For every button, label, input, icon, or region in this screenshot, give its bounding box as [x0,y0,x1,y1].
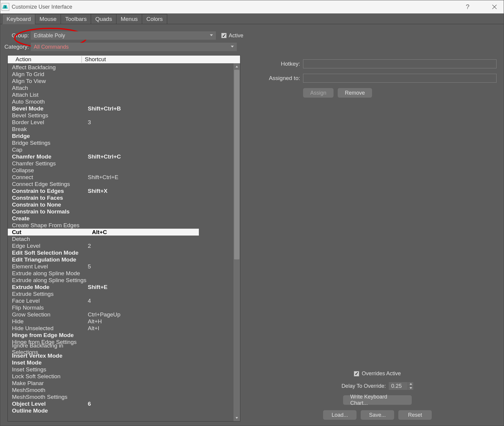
action-row[interactable]: ConnectShift+Ctrl+E [12,174,233,181]
save-button[interactable]: Save... [361,410,394,420]
action-name: Edge Level [12,243,88,249]
action-shortcut: Alt+I [88,325,233,332]
action-row[interactable]: Bevel Settings [12,112,233,119]
action-name: Constrain to None [12,202,88,208]
action-row[interactable]: Create [12,215,233,222]
action-row[interactable]: Extrude Settings [12,290,233,297]
overrides-active-label: Overrides Active [362,370,401,377]
action-row[interactable]: HideAlt+H [12,318,233,325]
action-row[interactable]: Lock Soft Selection [12,373,233,380]
reset-button[interactable]: Reset [398,410,432,420]
list-header: Action Shortcut [8,56,240,63]
action-row[interactable]: Bridge [12,133,233,139]
action-row[interactable]: Cap [12,146,233,153]
active-checkbox[interactable] [221,33,227,38]
action-row[interactable]: Constrain to Faces [12,194,233,201]
action-row[interactable]: Constrain to None [12,201,233,208]
tab-keyboard[interactable]: Keyboard [2,14,35,24]
load-button[interactable]: Load... [323,410,357,420]
action-row[interactable]: Edit Soft Selection Mode [12,249,233,256]
action-name: Align To View [12,78,88,84]
action-shortcut: 4 [88,298,233,304]
action-row[interactable]: Chamfer Settings [12,160,233,167]
help-icon[interactable]: ? [460,1,475,13]
spinner-up-icon[interactable] [408,382,413,386]
action-row[interactable]: Affect Backfacing [12,64,233,71]
action-row[interactable]: Chamfer ModeShift+Ctrl+C [12,153,233,160]
action-row[interactable]: Extrude along Spline Mode [12,270,233,277]
svg-marker-5 [236,66,238,67]
action-row[interactable]: Grow SelectionCtrl+PageUp [12,311,233,318]
action-row[interactable]: Object Level6 [12,400,233,407]
action-row[interactable]: Hide UnselectedAlt+I [12,325,233,332]
tab-menus[interactable]: Menus [116,14,142,24]
action-row[interactable]: Outline Mode [12,407,233,414]
action-row[interactable]: Make Planar [12,380,233,387]
assign-button[interactable]: Assign [303,88,334,98]
action-row[interactable]: Break [12,126,233,133]
spinner-down-icon[interactable] [408,386,413,390]
action-row[interactable]: Connect Edge Settings [12,181,233,187]
header-action[interactable]: Action [8,56,82,63]
action-name: Attach List [12,92,88,98]
action-row[interactable]: Border Level3 [12,119,233,126]
action-shortcut: 5 [88,263,233,270]
action-row[interactable]: Edit Triangulation Mode [12,256,233,263]
action-name: Bevel Settings [12,112,88,119]
scroll-up-icon[interactable] [233,63,240,70]
action-row[interactable]: Constrain to EdgesShift+X [12,187,233,194]
action-row[interactable]: Align To Grid [12,71,233,78]
action-shortcut: Shift+Ctrl+C [88,153,233,160]
action-row[interactable]: Element Level5 [12,263,233,270]
action-row[interactable]: Inset Settings [12,366,233,373]
action-row[interactable]: MeshSmooth Settings [12,393,233,400]
action-row[interactable]: Extrude along Spline Settings [12,277,233,284]
overrides-active-checkbox[interactable] [354,371,359,376]
category-dropdown[interactable]: All Commands [31,43,237,51]
action-name: Chamfer Mode [12,153,88,160]
action-name: Object Level [12,401,88,407]
action-shortcut: Shift+Ctrl+E [88,174,233,181]
group-dropdown[interactable]: Editable Poly [31,31,216,40]
scroll-down-icon[interactable] [233,415,240,421]
scrollbar-vertical[interactable] [233,63,240,421]
action-row[interactable]: Collapse [12,167,233,174]
action-row[interactable]: Align To View [12,78,233,84]
close-icon[interactable] [487,1,502,13]
action-row[interactable]: Attach List [12,91,233,98]
delay-spinner[interactable]: 0.25 [389,382,413,390]
action-row[interactable]: Extrude ModeShift+E [12,284,233,290]
action-row[interactable]: CutAlt+C [8,229,199,236]
action-name: Border Level [12,119,88,126]
action-row[interactable]: Bridge Settings [12,139,233,146]
action-row[interactable]: MeshSmooth [12,387,233,393]
action-row[interactable]: Ignore Backfacing in Selections [12,345,233,352]
action-row[interactable]: Inset Mode [12,359,233,366]
action-row[interactable]: Flip Normals [12,304,233,311]
tab-mouse[interactable]: Mouse [35,14,61,24]
action-row[interactable]: Auto Smooth [12,98,233,105]
action-row[interactable]: Constrain to Normals [12,208,233,215]
tab-toolbars[interactable]: Toolbars [61,14,91,24]
write-keyboard-chart-button[interactable]: Write Keyboard Chart... [343,395,412,405]
action-name: Align To Grid [12,71,88,78]
hotkey-input[interactable] [303,59,497,68]
action-shortcut: Shift+Ctrl+B [88,105,233,112]
action-row[interactable]: Face Level4 [12,297,233,304]
action-row[interactable]: Hinge from Edge Mode [12,332,233,339]
action-name: Grow Selection [12,311,88,318]
scroll-thumb[interactable] [234,70,239,259]
action-row[interactable]: Attach [12,84,233,91]
remove-button[interactable]: Remove [338,88,372,98]
action-row[interactable]: Bevel ModeShift+Ctrl+B [12,105,233,112]
action-row[interactable]: Create Shape From Edges [12,222,233,229]
action-row[interactable]: Edge Level2 [12,242,233,249]
action-row[interactable]: Detach [12,236,233,242]
tab-colors[interactable]: Colors [142,14,167,24]
header-shortcut[interactable]: Shortcut [82,56,240,63]
tab-quads[interactable]: Quads [91,14,116,24]
chevron-down-icon [231,46,234,47]
action-shortcut: Alt+H [88,318,233,325]
action-row[interactable]: Insert Vertex Mode [12,352,233,359]
assigned-input[interactable] [303,74,497,83]
